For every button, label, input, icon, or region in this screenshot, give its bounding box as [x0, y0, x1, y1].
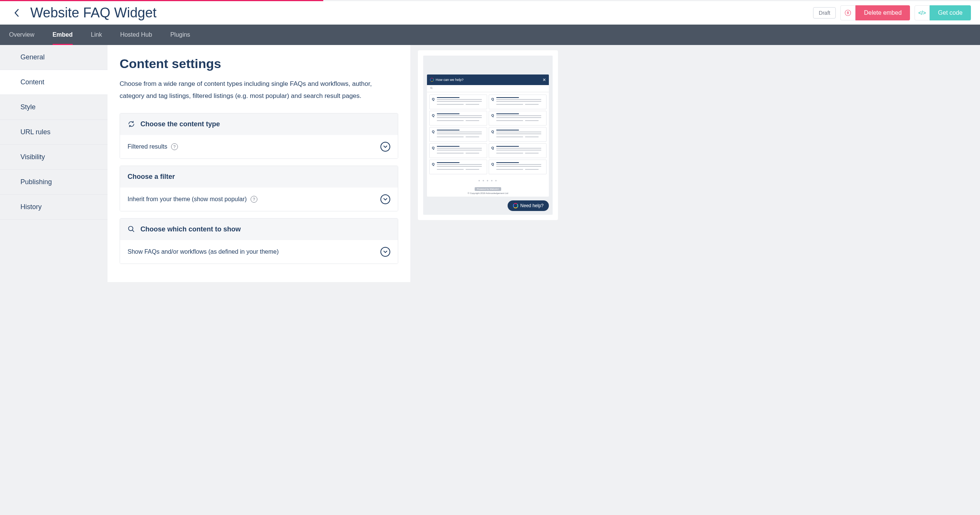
getcode-group: </> Get code	[915, 5, 971, 21]
panel-select[interactable]: Inherit from your theme (show most popul…	[120, 187, 398, 211]
search-icon	[127, 225, 135, 233]
header-actions: Draft Delete embed </> Get code	[813, 5, 971, 21]
preview-card: Q	[429, 111, 487, 125]
delete-group: Delete embed	[840, 5, 910, 21]
preview-grid: Q Q Q Q Q Q Q Q Q Q	[427, 92, 549, 177]
preview-search	[427, 85, 549, 92]
main-content: Content settings Choose from a wide rang…	[108, 45, 410, 282]
preview-panel: How can we help? × Q Q Q Q Q Q Q Q Q	[418, 50, 558, 220]
need-help-button[interactable]: Need help?	[508, 200, 549, 211]
back-button[interactable]	[9, 5, 24, 21]
preview-card: Q	[489, 127, 547, 142]
draft-badge: Draft	[813, 7, 836, 19]
panel-content-show: Choose which content to show Show FAQs a…	[119, 218, 398, 264]
header: Website FAQ Widget Draft Delete embed </…	[0, 1, 980, 25]
chevron-down-icon	[380, 194, 390, 204]
preview-card: Q	[489, 160, 547, 174]
panel-title: Choose which content to show	[140, 225, 241, 233]
preview-card: Q	[429, 160, 487, 174]
sidebar-url-rules[interactable]: URL rules	[0, 120, 108, 145]
preview-widget: How can we help? × Q Q Q Q Q Q Q Q Q	[427, 74, 549, 196]
panel-value: Inherit from your theme (show most popul…	[127, 196, 247, 203]
search-icon	[430, 87, 433, 90]
sidebar-general[interactable]: General	[0, 45, 108, 70]
copyright-text: © Copyright 2019 Acknowledgement Ltd	[429, 192, 547, 194]
panel-header: Choose the content type	[120, 113, 398, 135]
refresh-icon	[127, 120, 135, 128]
trash-icon	[845, 10, 851, 16]
code-icon: </>	[918, 10, 926, 16]
sidebar: General Content Style URL rules Visibili…	[0, 45, 108, 282]
close-icon: ×	[543, 77, 546, 83]
logo-icon	[513, 203, 518, 208]
panel-select[interactable]: Filtered results ?	[120, 135, 398, 158]
panel-header: Choose which content to show	[120, 219, 398, 240]
panel-select[interactable]: Show FAQs and/or workflows (as defined i…	[120, 240, 398, 263]
sidebar-visibility[interactable]: Visibility	[0, 145, 108, 170]
sidebar-content[interactable]: Content	[0, 70, 108, 95]
code-icon-button[interactable]: </>	[915, 5, 930, 21]
sidebar-history[interactable]: History	[0, 195, 108, 220]
logo-icon	[430, 78, 434, 82]
preview-card: Q	[489, 111, 547, 125]
preview-card: Q	[429, 95, 487, 109]
nav-plugins[interactable]: Plugins	[161, 25, 199, 45]
preview-card: Q	[489, 143, 547, 158]
back-icon	[14, 9, 19, 17]
nav-embed[interactable]: Embed	[43, 25, 82, 45]
delete-button[interactable]: Delete embed	[856, 5, 910, 21]
powered-by-badge: Powered by Malcolm!	[475, 187, 501, 191]
getcode-button[interactable]: Get code	[930, 5, 971, 21]
main-nav: Overview Embed Link Hosted Hub Plugins	[0, 25, 980, 45]
sidebar-publishing[interactable]: Publishing	[0, 170, 108, 195]
delete-icon-button[interactable]	[840, 5, 856, 21]
content-description: Choose from a wide range of content type…	[119, 78, 398, 103]
content-heading: Content settings	[119, 56, 398, 71]
panel-title: Choose a filter	[127, 173, 175, 181]
nav-link[interactable]: Link	[82, 25, 111, 45]
preview-footer: Powered by Malcolm! © Copyright 2019 Ack…	[427, 184, 549, 196]
panel-header: Choose a filter	[120, 166, 398, 187]
panel-value: Filtered results	[127, 143, 167, 150]
help-icon[interactable]: ?	[251, 196, 258, 203]
preview-card: Q	[489, 95, 547, 109]
svg-point-2	[430, 87, 432, 89]
chevron-down-icon	[380, 142, 390, 152]
panel-value: Show FAQs and/or workflows (as defined i…	[127, 249, 278, 255]
panel-content-type: Choose the content type Filtered results…	[119, 113, 398, 159]
body: General Content Style URL rules Visibili…	[0, 45, 980, 282]
chevron-down-icon	[380, 247, 390, 257]
preview-canvas: How can we help? × Q Q Q Q Q Q Q Q Q	[423, 55, 553, 215]
nav-hosted-hub[interactable]: Hosted Hub	[111, 25, 161, 45]
page-title: Website FAQ Widget	[30, 5, 813, 21]
preview-title: How can we help?	[436, 78, 464, 82]
panel-title: Choose the content type	[140, 120, 220, 128]
sidebar-style[interactable]: Style	[0, 95, 108, 120]
preview-card: Q	[429, 127, 487, 142]
help-icon[interactable]: ?	[171, 143, 178, 150]
panel-filter: Choose a filter Inherit from your theme …	[119, 166, 398, 211]
pagination-dots: ● ● ● ● ●	[427, 177, 549, 184]
preview-card: Q	[429, 143, 487, 158]
nav-overview[interactable]: Overview	[9, 25, 43, 45]
preview-widget-header: How can we help? ×	[427, 74, 549, 85]
